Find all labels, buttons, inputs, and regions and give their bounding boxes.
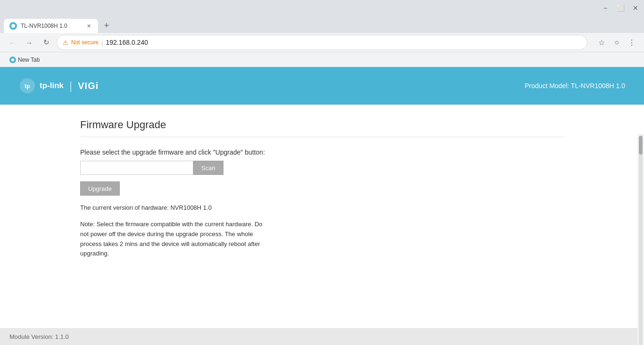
svg-text:tp: tp (25, 83, 30, 90)
scan-button[interactable]: Scan (193, 161, 223, 175)
active-tab[interactable]: TL-NVR1008H 1.0 ✕ (4, 19, 98, 33)
tab-title: TL-NVR1008H 1.0 (21, 23, 81, 29)
not-secure-label: Not secure (71, 39, 99, 46)
site-footer: Module Version: 1.1.0 (0, 328, 644, 345)
form-instruction: Please select the upgrade firmware and c… (80, 148, 564, 156)
product-model: Product Model: TL-NVR1008H 1.0 (525, 82, 625, 90)
address-bar-row: ← → ↻ ⚠ Not secure | 192.168.0.240 ☆ ○ ⋮ (0, 33, 644, 52)
scrollbar-thumb[interactable] (639, 136, 643, 155)
page-content: tp tp-link | VIGi Product Model: TL-NVR1… (0, 67, 644, 282)
file-input-row: Scan (80, 161, 564, 175)
svg-point-0 (11, 24, 15, 28)
back-button[interactable]: ← (6, 36, 19, 49)
tplink-logo-icon: tp (19, 77, 36, 94)
site-header: tp tp-link | VIGi Product Model: TL-NVR1… (0, 67, 644, 105)
scrollbar[interactable] (637, 134, 644, 345)
title-bar: − ⬜ ✕ (0, 0, 644, 16)
page-title: Firmware Upgrade (80, 119, 564, 131)
tab-favicon (9, 22, 17, 30)
tab-close-button[interactable]: ✕ (85, 22, 92, 30)
main-content: Firmware Upgrade Please select the upgra… (0, 105, 644, 282)
browser-chrome: − ⬜ ✕ TL-NVR1008H 1.0 ✕ + ← → ↻ ⚠ Not se… (0, 0, 644, 67)
address-bar[interactable]: ⚠ Not secure | 192.168.0.240 (57, 35, 587, 50)
logo-divider: | (69, 79, 72, 92)
bookmark-favicon (9, 57, 16, 63)
scrollbar-track (639, 136, 643, 345)
firmware-file-input[interactable] (80, 161, 193, 175)
forward-button[interactable]: → (23, 36, 36, 49)
svg-point-1 (11, 58, 14, 61)
address-separator: | (101, 39, 103, 46)
url-display[interactable]: 192.168.0.240 (106, 39, 581, 46)
reload-button[interactable]: ↻ (40, 36, 53, 49)
bookmarks-bar: New Tab (0, 52, 644, 67)
firmware-upgrade-form: Please select the upgrade firmware and c… (80, 148, 564, 268)
hardware-version-text: The current version of hardware: NVR1008… (80, 204, 564, 211)
new-tab-button[interactable]: + (100, 19, 113, 32)
logo-area: tp tp-link | VIGi (19, 77, 99, 94)
bookmark-icon[interactable]: ☆ (595, 36, 608, 49)
menu-icon[interactable]: ⋮ (625, 36, 638, 49)
toolbar-icons: ☆ ○ ⋮ (595, 36, 638, 49)
maximize-button[interactable]: ⬜ (616, 3, 625, 13)
vigi-text: VIGi (78, 81, 99, 91)
bookmark-label: New Tab (18, 57, 40, 63)
note-text: Note: Select the firmware compatible wit… (80, 220, 269, 259)
window-controls: − ⬜ ✕ (601, 3, 640, 13)
security-warning-icon: ⚠ (63, 39, 68, 46)
bookmark-newtab[interactable]: New Tab (6, 55, 43, 65)
product-model-text: Product Model: TL-NVR1008H 1.0 (525, 82, 625, 90)
module-version-text: Module Version: 1.1.0 (9, 333, 69, 340)
profile-icon[interactable]: ○ (610, 36, 623, 49)
minimize-button[interactable]: − (601, 3, 610, 13)
tplink-text: tp-link (40, 81, 64, 90)
close-button[interactable]: ✕ (631, 3, 640, 13)
section-divider (80, 137, 564, 137)
upgrade-button[interactable]: Upgrade (80, 181, 120, 196)
tab-bar: TL-NVR1008H 1.0 ✕ + (0, 16, 644, 33)
